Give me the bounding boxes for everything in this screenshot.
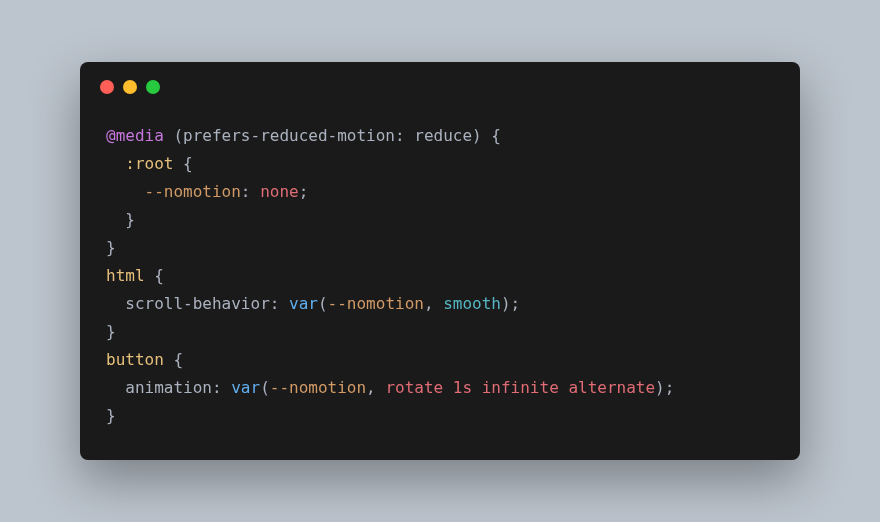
function-var: var (289, 294, 318, 313)
brace: } (106, 322, 116, 341)
window-titlebar (80, 62, 800, 104)
keyword-media: @media (106, 126, 164, 145)
media-condition: (prefers-reduced-motion: reduce) (164, 126, 492, 145)
code-window: @media (prefers-reduced-motion: reduce) … (80, 62, 800, 460)
brace: { (154, 266, 164, 285)
value-none: none (260, 182, 299, 201)
css-variable: --nomotion (145, 182, 241, 201)
function-var: var (231, 378, 260, 397)
property-animation: animation (125, 378, 212, 397)
brace: } (125, 210, 135, 229)
maximize-icon[interactable] (146, 80, 160, 94)
value-rotate: rotate 1s infinite alternate (385, 378, 655, 397)
close-icon[interactable] (100, 80, 114, 94)
selector-button: button (106, 350, 164, 369)
selector-root: :root (125, 154, 173, 173)
code-block: @media (prefers-reduced-motion: reduce) … (80, 104, 800, 460)
selector-html: html (106, 266, 145, 285)
brace: } (106, 406, 116, 425)
brace: { (491, 126, 501, 145)
brace: { (183, 154, 193, 173)
var-arg: --nomotion (270, 378, 366, 397)
brace: { (173, 350, 183, 369)
value-smooth: smooth (443, 294, 501, 313)
var-arg: --nomotion (328, 294, 424, 313)
brace: } (106, 238, 116, 257)
minimize-icon[interactable] (123, 80, 137, 94)
property-scroll-behavior: scroll-behavior (125, 294, 270, 313)
